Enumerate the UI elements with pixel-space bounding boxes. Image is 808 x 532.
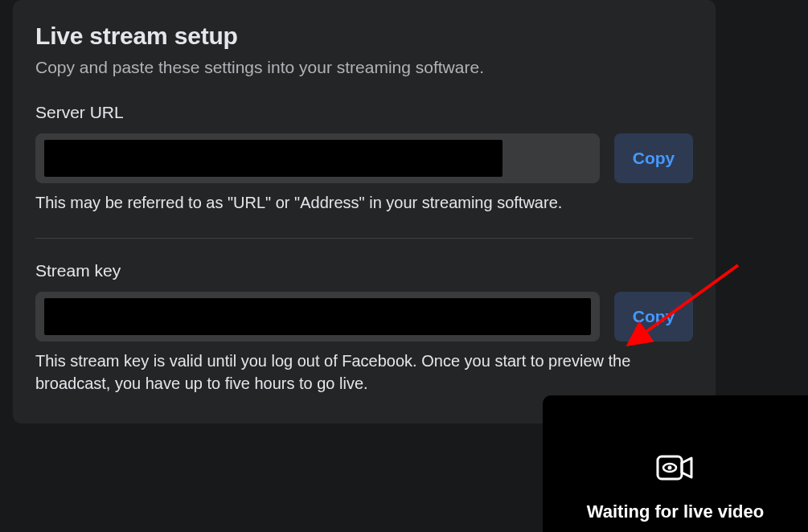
camera-eye-icon — [656, 453, 695, 485]
server-url-section: Server URL Copy This may be referred to … — [35, 103, 693, 214]
server-url-help: This may be referred to as "URL" or "Add… — [35, 191, 693, 214]
stream-key-help: This stream key is valid until you log o… — [35, 350, 693, 395]
panel-title: Live stream setup — [35, 23, 693, 50]
waiting-text: Waiting for live video — [587, 501, 764, 522]
svg-point-4 — [668, 466, 672, 470]
server-url-label: Server URL — [35, 103, 693, 122]
live-stream-setup-panel: Live stream setup Copy and paste these s… — [13, 0, 716, 424]
copy-stream-key-button[interactable]: Copy — [614, 292, 693, 342]
copy-server-url-button[interactable]: Copy — [614, 133, 693, 183]
waiting-panel: Waiting for live video — [543, 395, 808, 532]
server-url-row: Copy — [35, 133, 693, 183]
server-url-redacted — [44, 140, 502, 177]
stream-key-redacted — [44, 298, 591, 335]
server-url-input[interactable] — [35, 133, 600, 183]
panel-subtitle: Copy and paste these settings into your … — [35, 58, 693, 77]
stream-key-input[interactable] — [35, 292, 600, 342]
stream-key-label: Stream key — [35, 261, 693, 280]
stream-key-section: Stream key Copy This stream key is valid… — [35, 261, 693, 395]
stream-key-row: Copy — [35, 292, 693, 342]
section-divider — [35, 238, 693, 239]
